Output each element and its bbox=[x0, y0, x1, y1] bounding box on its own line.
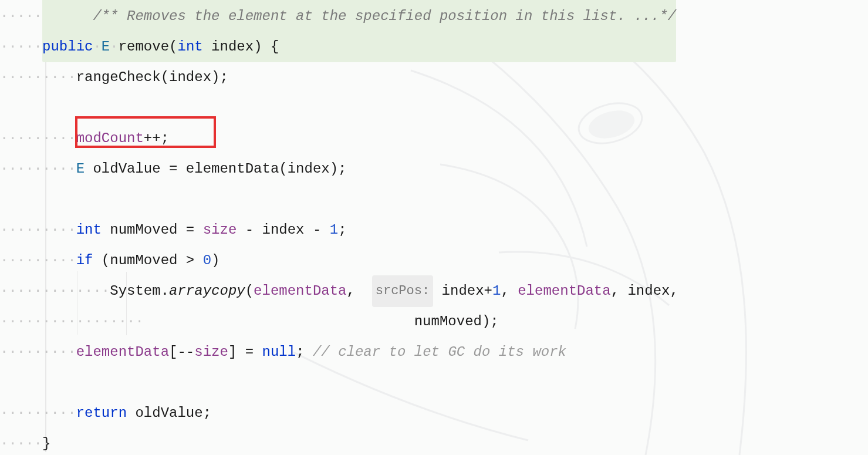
field-modcount: modCount bbox=[76, 123, 144, 154]
keyword-if: if bbox=[76, 245, 93, 276]
method-arraycopy: arraycopy bbox=[169, 276, 245, 306]
indent-dots: ····· bbox=[0, 32, 42, 62]
method-remove: remove bbox=[119, 32, 169, 62]
indent-dots: ········· bbox=[0, 245, 76, 276]
doc-text: Removes the element at the specified pos… bbox=[119, 8, 660, 24]
system-class: System. bbox=[110, 276, 169, 306]
code-line[interactable]: ············· System.arraycopy(elementDa… bbox=[0, 276, 868, 306]
code-editor[interactable]: ····· /** Removes the element at the spe… bbox=[0, 0, 868, 455]
code-line[interactable]: ········· E oldValue = elementData(index… bbox=[0, 154, 868, 184]
code-line[interactable]: ········· rangeCheck(index); bbox=[0, 62, 868, 93]
type-e: E bbox=[76, 154, 85, 184]
indent-dots: ········· bbox=[0, 215, 76, 245]
param-index bbox=[203, 32, 211, 62]
call-rangecheck: rangeCheck(index); bbox=[76, 62, 228, 93]
code-line-empty[interactable] bbox=[0, 93, 868, 123]
indent-dots: ····· bbox=[0, 429, 42, 455]
arg-index: index, bbox=[619, 276, 678, 306]
indent-dots: ········· bbox=[0, 398, 76, 429]
call-elementdata: elementData(index); bbox=[186, 154, 347, 184]
code-line[interactable]: ········· elementData[--size] = null; //… bbox=[0, 337, 868, 368]
comment-gc: // clear to let GC do its work bbox=[313, 337, 566, 368]
var-index: index bbox=[262, 215, 305, 245]
type-e: E bbox=[102, 32, 110, 62]
cond-open: (numMoved > bbox=[93, 245, 202, 276]
indent-dots: ············· bbox=[0, 276, 110, 306]
number-literal: 1 bbox=[330, 215, 338, 245]
field-size: size bbox=[194, 337, 228, 368]
keyword-int: int bbox=[177, 32, 202, 62]
field-elementdata: elementData bbox=[254, 276, 346, 306]
decl-oldvalue: oldValue = bbox=[85, 154, 186, 184]
code-line-empty[interactable] bbox=[0, 368, 868, 398]
code-line-empty[interactable] bbox=[0, 184, 868, 215]
field-size: size bbox=[203, 215, 237, 245]
return-value: oldValue; bbox=[127, 398, 211, 429]
param-hint-srcpos: srcPos: bbox=[372, 275, 433, 307]
doc-close: */ bbox=[659, 8, 676, 24]
arg-nummoved: numMoved); bbox=[144, 306, 499, 337]
keyword-public: public bbox=[42, 32, 93, 62]
brace-open: { bbox=[262, 32, 279, 62]
code-line[interactable]: ····· /** Removes the element at the spe… bbox=[0, 1, 868, 32]
brace-close: } bbox=[42, 429, 50, 455]
cond-close: ) bbox=[211, 245, 219, 276]
field-elementdata: elementData bbox=[518, 276, 610, 306]
indent-dots: ········· bbox=[0, 337, 76, 368]
indent-dots: ········· bbox=[0, 154, 76, 184]
decl-nummoved: numMoved = bbox=[102, 215, 203, 245]
keyword-int: int bbox=[76, 215, 102, 245]
code-line[interactable]: ····· } bbox=[0, 429, 868, 455]
keyword-return: return bbox=[76, 398, 127, 429]
indent-dots: ················· bbox=[0, 306, 144, 337]
indent-dots: ········· bbox=[0, 62, 76, 93]
arg-index-plus: index+ bbox=[433, 276, 492, 306]
code-line[interactable]: ················· numMoved); bbox=[0, 306, 868, 337]
doc-open: /** bbox=[93, 8, 118, 24]
increment: ++; bbox=[144, 123, 169, 154]
number-literal: 0 bbox=[203, 245, 211, 276]
code-line[interactable]: ········· if (numMoved > 0) bbox=[0, 245, 868, 276]
paren: ) bbox=[254, 32, 262, 62]
field-elementdata: elementData bbox=[76, 337, 169, 368]
paren: ( bbox=[169, 32, 177, 62]
code-line[interactable]: ········· modCount++; bbox=[0, 123, 868, 154]
indent-dots: ········· bbox=[0, 123, 76, 154]
code-line[interactable]: ········· int numMoved = size - index - … bbox=[0, 215, 868, 245]
keyword-null: null bbox=[262, 337, 296, 368]
code-line[interactable]: ········· return oldValue; bbox=[0, 398, 868, 429]
indent-dots: ····· bbox=[0, 1, 42, 32]
